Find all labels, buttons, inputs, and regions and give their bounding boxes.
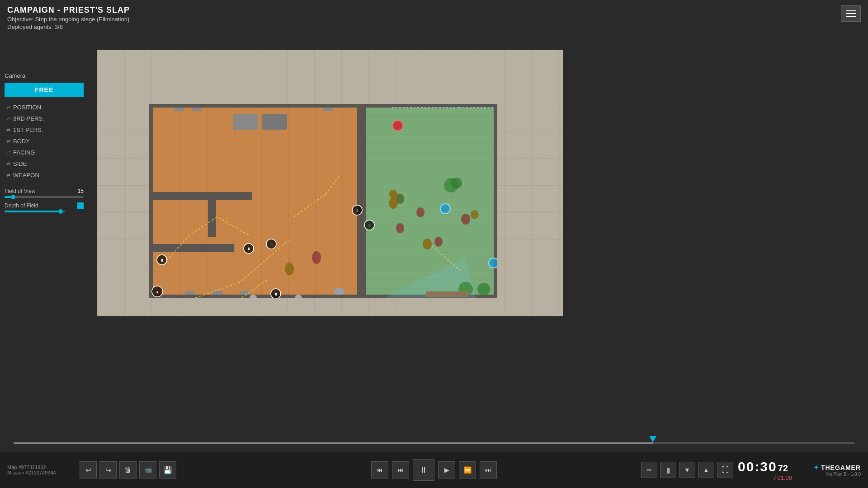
play-button[interactable]: ▶ — [438, 461, 455, 479]
time-current: 00:30 — [738, 459, 777, 474]
prev-keyframe-button[interactable]: ⏭ — [392, 461, 409, 479]
brand-name: THEGAMER — [821, 464, 861, 471]
collapse-button[interactable]: ▲ — [698, 462, 714, 478]
pause-button[interactable]: ⏸ — [413, 459, 434, 481]
add-camera-button[interactable]: 📹 — [139, 461, 156, 479]
transport-controls: ⏮ ⏭ ⏸ ▶ ⏩ ⏭ — [371, 459, 497, 481]
fast-forward-button[interactable]: ⏩ — [459, 461, 476, 479]
campaign-title: CAMPAIGN - PRIEST'S SLAP — [7, 5, 130, 15]
bottom-info: Map #977321902 Mission #2102749944 — [7, 465, 75, 475]
first-person-option[interactable]: ⇌ 1ST PERS. — [5, 124, 84, 136]
right-toolbar: ✏ ||| ▼ ▲ ⛶ — [641, 462, 733, 478]
svg-text:⏸: ⏸ — [269, 242, 274, 247]
left-toolbar: ↩ ↪ 🗑 📹 💾 — [80, 461, 176, 479]
svg-point-78 — [471, 210, 479, 219]
svg-point-67 — [440, 204, 450, 214]
objective-text: Objective: Stop the ongoing siege (Elimi… — [7, 16, 130, 23]
fov-section: Field of View 15 — [5, 188, 84, 198]
svg-text:●: ● — [156, 290, 159, 294]
time-display: 00:30 72 / 01:00 — [738, 459, 792, 481]
third-person-label: 3RD PERS. — [13, 115, 44, 122]
edit-tool-button[interactable]: ✏ — [641, 462, 657, 478]
position-option[interactable]: ⇌ POSITION — [5, 102, 84, 113]
redo-button[interactable]: ↪ — [99, 461, 117, 479]
svg-point-75 — [423, 239, 432, 249]
agents-text: Deployed agents: 3/8 — [7, 23, 130, 30]
weapon-label: WEAPON — [13, 172, 39, 178]
save-button[interactable]: 💾 — [159, 461, 176, 479]
camera-label: Camera — [5, 72, 84, 79]
svg-rect-1 — [153, 108, 361, 295]
svg-rect-37 — [212, 291, 222, 295]
time-frames: 72 — [778, 463, 788, 474]
fov-slider[interactable] — [5, 196, 84, 198]
svg-point-73 — [416, 207, 425, 217]
menu-button[interactable] — [841, 5, 861, 22]
skip-to-end-button[interactable]: ⏭ — [480, 461, 497, 479]
svg-point-72 — [389, 190, 397, 199]
svg-point-76 — [434, 237, 443, 247]
svg-rect-40 — [233, 114, 258, 130]
svg-rect-90 — [426, 291, 469, 297]
position-label: POSITION — [13, 104, 41, 111]
svg-point-77 — [461, 214, 470, 225]
svg-text:⏸: ⏸ — [368, 223, 372, 228]
svg-point-82 — [451, 178, 462, 188]
side-arrow-icon: ⇌ — [6, 161, 10, 167]
side-option[interactable]: ⇌ SIDE — [5, 158, 84, 169]
fullscreen-button[interactable]: ⛶ — [717, 462, 733, 478]
svg-rect-9 — [364, 108, 494, 295]
body-option[interactable]: ⇌ BODY — [5, 136, 84, 147]
header: CAMPAIGN - PRIEST'S SLAP Objective: Stop… — [0, 0, 137, 36]
third-person-option[interactable]: ⇌ 3RD PERS. — [5, 113, 84, 124]
weapon-option[interactable]: ⇌ WEAPON — [5, 169, 84, 181]
svg-rect-42 — [153, 212, 166, 215]
facing-label: FACING — [13, 149, 35, 156]
svg-text:⏸: ⏸ — [274, 292, 278, 296]
svg-rect-30 — [357, 108, 366, 295]
dropdown-button[interactable]: ▼ — [679, 462, 695, 478]
svg-text:⏸: ⏸ — [247, 247, 251, 251]
svg-rect-31 — [153, 192, 252, 200]
body-label: BODY — [13, 138, 30, 145]
timeline-view-button[interactable]: ||| — [660, 462, 676, 478]
dof-section: Depth of Field — [5, 202, 84, 212]
svg-point-85 — [334, 288, 344, 295]
svg-text:⏸: ⏸ — [355, 208, 359, 213]
svg-point-79 — [285, 263, 294, 275]
third-person-arrow-icon: ⇌ — [6, 116, 10, 122]
svg-rect-34 — [174, 108, 184, 111]
time-total: / 01:00 — [738, 474, 792, 481]
undo-button[interactable]: ↩ — [80, 461, 97, 479]
fov-label: Field of View — [5, 188, 35, 194]
svg-rect-33 — [153, 244, 234, 252]
svg-point-69 — [489, 258, 497, 268]
delete-button[interactable]: 🗑 — [119, 461, 137, 479]
dof-label: Depth of Field — [5, 202, 38, 209]
left-panel: Camera FREE ⇌ POSITION ⇌ 3RD PERS. ⇌ 1ST… — [5, 72, 84, 212]
svg-point-80 — [312, 251, 321, 264]
svg-rect-36 — [185, 291, 195, 295]
svg-point-74 — [396, 223, 404, 233]
svg-rect-41 — [262, 114, 287, 130]
side-label: SIDE — [13, 160, 27, 167]
facing-option[interactable]: ⇌ FACING — [5, 147, 84, 158]
dof-checkbox[interactable] — [77, 202, 84, 209]
timeline — [0, 436, 868, 450]
timeline-track[interactable] — [14, 442, 854, 444]
main-viewport: ⏸ ⏸ ⏸ ⏸ ⏸ ⏸ — [97, 50, 563, 316]
first-person-arrow-icon: ⇌ — [6, 127, 10, 133]
dof-slider[interactable] — [5, 211, 66, 212]
svg-point-84 — [477, 283, 490, 296]
branding: ✦ THEGAMER No Plan B - 1.0.0 — [797, 463, 861, 477]
skip-to-start-button[interactable]: ⏮ — [371, 461, 388, 479]
free-camera-button[interactable]: FREE — [5, 83, 84, 97]
svg-text:⏸: ⏸ — [160, 258, 164, 263]
dof-slider-container — [5, 211, 84, 212]
position-arrow-icon: ⇌ — [6, 104, 10, 110]
map-id: Map #977321902 — [7, 465, 75, 470]
fov-value: 15 — [78, 188, 84, 194]
mission-id: Mission #2102749944 — [7, 470, 75, 475]
body-arrow-icon: ⇌ — [6, 138, 10, 144]
svg-rect-39 — [323, 108, 333, 111]
